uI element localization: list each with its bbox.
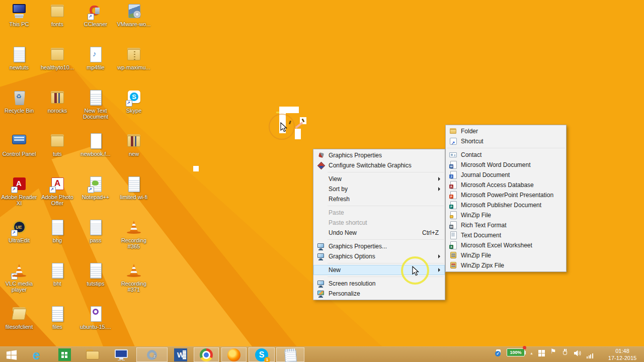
battery-indicator[interactable]: 100% (507, 348, 525, 356)
menu-item-graphics-properties-intel[interactable]: Graphics Properties... (313, 241, 445, 251)
taskbar-screen-recorder[interactable]: 2 (136, 347, 168, 362)
powerpoint-doc-icon (449, 191, 457, 199)
submenu-item-word-document[interactable]: Microsoft Word Document (446, 160, 566, 170)
desktop-icon-label: pass (90, 237, 101, 243)
submenu-item-publisher-document[interactable]: Microsoft Publisher Document (446, 200, 566, 210)
taskbar-firefox[interactable] (221, 347, 247, 362)
desktop-icon-mp4file[interactable]: mp4file (76, 44, 115, 87)
menu-item-personalize[interactable]: Personalize (313, 289, 445, 299)
desktop-icon-notepad-plus-plus[interactable]: Notepad++ (76, 174, 115, 217)
desktop-icon-label: Notepad++ (82, 194, 109, 200)
taskbar-windows-store[interactable] (54, 347, 74, 362)
submenu-item-shortcut[interactable]: Shortcut (446, 136, 566, 146)
text-file-icon (9, 46, 29, 63)
submenu-item-excel-worksheet[interactable]: Microsoft Excel Worksheet (446, 240, 566, 250)
desktop-icon-bhg[interactable]: bhg (38, 217, 76, 260)
taskbar-file-explorer[interactable] (82, 347, 103, 362)
submenu-item-access-database[interactable]: Microsoft Access Database (446, 180, 566, 190)
menu-item-label: WinZip File (461, 212, 491, 219)
shortcut-arrow-icon (49, 187, 56, 193)
menu-item-sort-by[interactable]: Sort by (313, 184, 445, 194)
taskbar-internet-explorer[interactable]: e (26, 347, 46, 362)
desktop-icon-tuts[interactable]: tuts (38, 131, 76, 174)
personalize-icon (317, 290, 325, 298)
desktop-icon-fonts[interactable]: fonts (38, 1, 76, 44)
desktop-icon-bht[interactable]: bht (38, 260, 76, 304)
desktop-icon-ccleaner[interactable]: CCleaner (76, 1, 115, 44)
submenu-item-folder[interactable]: Folder (446, 126, 566, 136)
catalyst-icon (317, 151, 325, 159)
menu-item-undo-new[interactable]: Undo NewCtrl+Z (313, 228, 445, 238)
desktop-icon-new[interactable]: new (115, 131, 153, 174)
desktop-icon-recycle-bin[interactable]: Recycle Bin (0, 87, 38, 131)
shortcut-arrow-icon (88, 14, 94, 20)
taskbar-lenovo[interactable] (111, 347, 132, 362)
submenu-item-rich-text-format[interactable]: Rich Text Format (446, 220, 566, 230)
recycle-bin-icon (9, 89, 29, 107)
desktop-icon-new-text-document[interactable]: New Text Document (76, 87, 115, 131)
menu-item-graphics-options[interactable]: Graphics Options (313, 251, 445, 261)
desktop-icon-healthyto10[interactable]: healthyto10... (38, 44, 76, 87)
desktop-icon-control-panel[interactable]: Control Panel (0, 131, 38, 174)
desktop-icon-ultraedit[interactable]: UltraEdit (0, 217, 38, 260)
desktop-icon-recording-365[interactable]: Recording #365 (115, 217, 153, 260)
desktop-icon-adobe-photo-offer[interactable]: Adobe Photo Offer (38, 174, 76, 217)
submenu-item-winzip-zipx-file[interactable]: WinZip Zipx File (446, 260, 566, 270)
file-icon (86, 133, 106, 150)
desktop-icon-wp-maximu[interactable]: wp-maximu... (115, 44, 153, 87)
desktop-icon-files[interactable]: files (38, 304, 76, 347)
submenu-item-contact[interactable]: Contact (446, 150, 566, 160)
desktop-icon-label: files (52, 324, 62, 330)
desktop-icon-skype[interactable]: Skype (115, 87, 153, 131)
desktop-icon-adobe-reader[interactable]: Adobe Reader XI (0, 174, 38, 217)
desktop-icon-label: bhg (53, 237, 62, 243)
access-doc-icon (449, 181, 457, 189)
menu-item-view[interactable]: View (313, 174, 445, 184)
submenu-item-winzip-file-1[interactable]: WinZip File (446, 210, 566, 220)
text-file-icon (47, 306, 67, 323)
desktop-icon-newtuts[interactable]: newtuts (0, 44, 38, 87)
menu-item-configure-switchable-graphics[interactable]: Configure Switchable Graphics (313, 160, 445, 170)
desktop-icon-pass[interactable]: pass (76, 217, 115, 260)
desktop-icon-limited-wifi[interactable]: limited wi-fi (115, 174, 153, 217)
network-signal-icon[interactable] (587, 349, 594, 358)
switchable-graphics-icon (317, 161, 325, 169)
menu-separator (447, 148, 565, 148)
submenu-item-winzip-file-2[interactable]: WinZip File (446, 250, 566, 260)
desktop-icon-label: Recording #365 (115, 237, 152, 249)
submenu-item-text-document[interactable]: Text Document (446, 230, 566, 240)
submenu-item-journal-document[interactable]: Journal Document (446, 170, 566, 180)
tray-expand-caret-icon[interactable]: ▲ (530, 351, 533, 356)
desktop-icon-this-pc[interactable]: This PC (0, 1, 38, 44)
menu-item-label: Graphics Properties... (329, 243, 387, 250)
desktop-icon-newbook[interactable]: newbook.f... (76, 131, 115, 174)
vlc-cone-icon (124, 219, 144, 236)
flag-icon[interactable]: ⚑ (550, 348, 556, 355)
desktop-icon-norocks[interactable]: norocks (38, 87, 76, 131)
skype-icon (124, 89, 144, 107)
recorder-ring-icon: 2 (147, 350, 157, 360)
desktop-icon-label: newtuts (10, 64, 29, 70)
taskbar-notepad[interactable] (276, 347, 304, 362)
desktop-icon-vmware[interactable]: VMware-wo... (115, 1, 153, 44)
desktop-icon-ubuntu-torrent[interactable]: ubuntu-15.... (76, 304, 115, 347)
zip-folder-icon (124, 46, 144, 63)
taskbar-skype[interactable]: S1 (249, 347, 275, 362)
taskbar-word[interactable]: W (170, 347, 191, 362)
menu-item-paste[interactable]: Paste (313, 208, 445, 218)
submenu-item-powerpoint-presentation[interactable]: Microsoft PowerPoint Presentation (446, 190, 566, 200)
start-button[interactable] (2, 347, 21, 362)
shortcut-arrow-icon (11, 230, 18, 236)
desktop[interactable]: This PC fonts CCleaner VMware-wo... newt… (0, 0, 644, 362)
menu-item-graphics-properties[interactable]: Graphics Properties (313, 150, 445, 160)
desktop-icon-vlc-media-player[interactable]: VLC media player (0, 260, 38, 304)
menu-item-paste-shortcut[interactable]: Paste shortcut (313, 218, 445, 228)
taskbar-clock[interactable]: 01:48 17-12-2015 (602, 347, 643, 361)
menu-item-refresh[interactable]: Refresh (313, 194, 445, 204)
desktop-icon-tutstips[interactable]: tutstips (76, 260, 115, 304)
desktop-icon-recording-371[interactable]: Recording #371 (115, 260, 153, 304)
menu-item-label: Microsoft Access Database (461, 182, 534, 189)
speaker-icon[interactable] (574, 349, 582, 358)
desktop-icon-filesofclient[interactable]: filesofclient (0, 304, 38, 347)
taskbar-chrome[interactable] (194, 347, 219, 362)
